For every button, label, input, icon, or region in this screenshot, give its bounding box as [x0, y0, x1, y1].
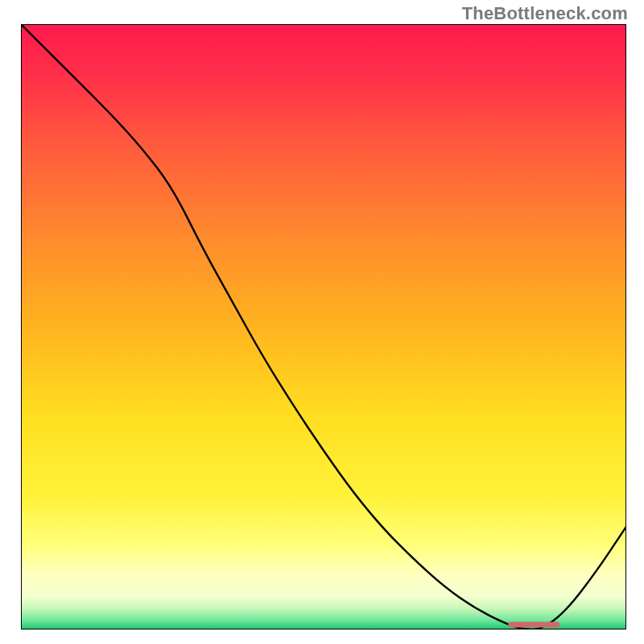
highlight-marker	[508, 621, 559, 627]
chart-svg	[21, 24, 626, 630]
chart-area	[21, 24, 626, 630]
watermark-text: TheBottleneck.com	[462, 3, 628, 24]
